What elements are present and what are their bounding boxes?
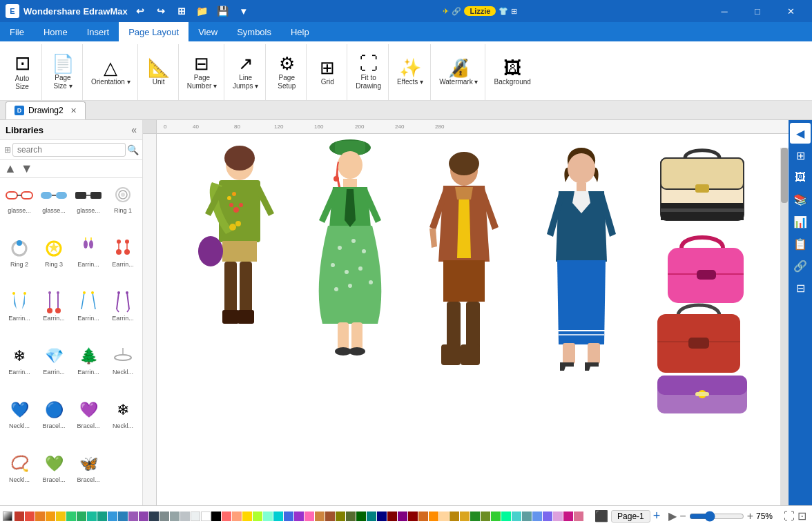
sidebar-collapse-button[interactable]: « <box>131 124 137 135</box>
panel-btn-image[interactable]: 🖼 <box>790 167 811 188</box>
menu-symbols[interactable]: Symbols <box>227 22 281 41</box>
menu-view[interactable]: View <box>188 22 227 41</box>
menu-file[interactable]: File <box>0 22 34 41</box>
more-qat-button[interactable]: ▾ <box>235 3 252 19</box>
tab-drawing2[interactable]: D Drawing2 ✕ <box>6 101 86 119</box>
zoom-slider[interactable] <box>689 511 744 522</box>
list-item[interactable]: glasse... <box>37 181 70 233</box>
color-swatch[interactable] <box>160 512 169 521</box>
color-swatch[interactable] <box>356 512 366 521</box>
list-item[interactable]: 💜 Bracel... <box>72 396 105 449</box>
list-item[interactable]: glasse... <box>3 181 36 233</box>
list-item[interactable]: glasse... <box>72 181 105 233</box>
background-button[interactable]: 🖼 Background <box>491 46 533 99</box>
color-swatch[interactable] <box>398 512 407 521</box>
color-swatch[interactable] <box>553 512 563 521</box>
zoom-in-button[interactable]: + <box>747 510 753 523</box>
redo-button[interactable]: ↪ <box>153 3 169 19</box>
color-swatch[interactable] <box>532 512 542 521</box>
list-item[interactable]: Earrin... <box>72 289 105 341</box>
color-swatch[interactable] <box>377 512 387 521</box>
list-item[interactable]: Ring 2 <box>3 235 36 287</box>
page-setup-button[interactable]: ⚙ PageSetup <box>271 46 302 99</box>
panel-btn-link[interactable]: 🔗 <box>790 255 811 276</box>
color-swatch[interactable] <box>25 512 35 521</box>
color-swatch[interactable] <box>97 512 107 521</box>
orientation-button[interactable]: △ Orientation ▾ <box>88 46 133 99</box>
canvas-area[interactable] <box>157 134 789 505</box>
list-item[interactable]: Neckl... <box>106 342 139 395</box>
color-swatch[interactable] <box>35 512 45 521</box>
list-item[interactable]: 🌲 Earrin... <box>72 342 105 395</box>
line-jumps-button[interactable]: ↗ LineJumps ▾ <box>230 46 261 99</box>
list-item[interactable]: Earrin... <box>106 235 139 287</box>
open-button[interactable]: 📁 <box>194 3 211 19</box>
search-input[interactable] <box>12 143 126 157</box>
list-item[interactable]: 💙 Neckl... <box>3 396 36 449</box>
list-item[interactable]: Ring 3 <box>37 235 70 287</box>
color-swatch[interactable] <box>222 512 231 521</box>
new-button[interactable]: ⊞ <box>173 3 190 19</box>
color-swatch[interactable] <box>408 512 418 521</box>
color-swatch[interactable] <box>211 512 221 521</box>
color-swatch[interactable] <box>481 512 490 521</box>
color-swatch[interactable] <box>501 512 511 521</box>
color-swatch[interactable] <box>336 512 345 521</box>
search-icon[interactable]: 🔍 <box>127 144 139 155</box>
panel-btn-arrow[interactable]: ◀ <box>790 123 811 144</box>
close-button[interactable]: ✕ <box>775 0 806 22</box>
page-name-input[interactable]: Page-1 <box>611 510 650 523</box>
grid-button[interactable]: ⊞ Grid <box>312 46 342 99</box>
list-item[interactable]: Ring 1 <box>106 181 139 233</box>
panel-btn-table[interactable]: 📋 <box>790 233 811 254</box>
color-swatch[interactable] <box>512 512 521 521</box>
unit-button[interactable]: 📐 Unit <box>144 46 174 99</box>
color-swatch[interactable] <box>563 512 573 521</box>
minimize-button[interactable]: ─ <box>708 0 740 22</box>
menu-home[interactable]: Home <box>34 22 77 41</box>
color-swatch[interactable] <box>491 512 501 521</box>
color-swatch[interactable] <box>242 512 252 521</box>
menu-help[interactable]: Help <box>281 22 319 41</box>
nav-down-button[interactable]: ▼ <box>19 162 35 176</box>
panel-btn-grid[interactable]: ⊞ <box>790 145 811 166</box>
auto-size-button[interactable]: ⊡ AutoSize <box>7 46 37 99</box>
color-swatch[interactable] <box>574 512 583 521</box>
watermark-button[interactable]: 🔏 Watermark ▾ <box>436 46 481 99</box>
color-swatch[interactable] <box>543 512 552 521</box>
color-swatch[interactable] <box>470 512 480 521</box>
color-swatch[interactable] <box>180 512 190 521</box>
list-item[interactable]: Earrin... <box>106 289 139 341</box>
vertical-scrollbar[interactable] <box>780 148 789 505</box>
color-swatch[interactable] <box>66 512 76 521</box>
color-swatch[interactable] <box>439 512 449 521</box>
color-swatch[interactable] <box>460 512 470 521</box>
list-item[interactable]: 💎 Earrin... <box>37 342 70 395</box>
color-swatch[interactable] <box>294 512 304 521</box>
panel-btn-chart[interactable]: 📊 <box>790 211 811 232</box>
color-swatch[interactable] <box>56 512 66 521</box>
color-swatch[interactable] <box>14 512 24 521</box>
color-swatch[interactable] <box>170 512 180 521</box>
color-swatch[interactable] <box>108 512 117 521</box>
list-item[interactable]: ❄ Neckl... <box>106 396 139 449</box>
zoom-out-button[interactable]: − <box>679 510 686 523</box>
scroll-thumb[interactable] <box>781 148 788 203</box>
list-item[interactable]: 💚 Bracel... <box>37 450 70 503</box>
maximize-button[interactable]: □ <box>742 0 773 22</box>
color-swatch[interactable] <box>315 512 325 521</box>
canvas-container[interactable]: 0 40 80 120 160 200 240 280 <box>143 120 789 505</box>
user-name[interactable]: Lizzie <box>464 6 496 16</box>
color-swatch[interactable] <box>191 512 200 521</box>
add-page-button[interactable]: + <box>653 509 661 523</box>
panel-btn-layers[interactable]: 📚 <box>790 189 811 210</box>
list-item[interactable]: 🦋 Bracel... <box>72 450 105 503</box>
fit-to-drawing-button[interactable]: ⛶ Fit toDrawing <box>353 46 384 99</box>
color-swatch[interactable] <box>139 512 148 521</box>
panel-btn-collapse[interactable]: ⊟ <box>790 277 811 298</box>
color-picker-button[interactable] <box>3 512 12 521</box>
color-swatch[interactable] <box>284 512 293 521</box>
effects-button[interactable]: ✨ Effects ▾ <box>394 46 426 99</box>
color-swatch[interactable] <box>418 512 428 521</box>
color-swatch[interactable] <box>46 512 55 521</box>
